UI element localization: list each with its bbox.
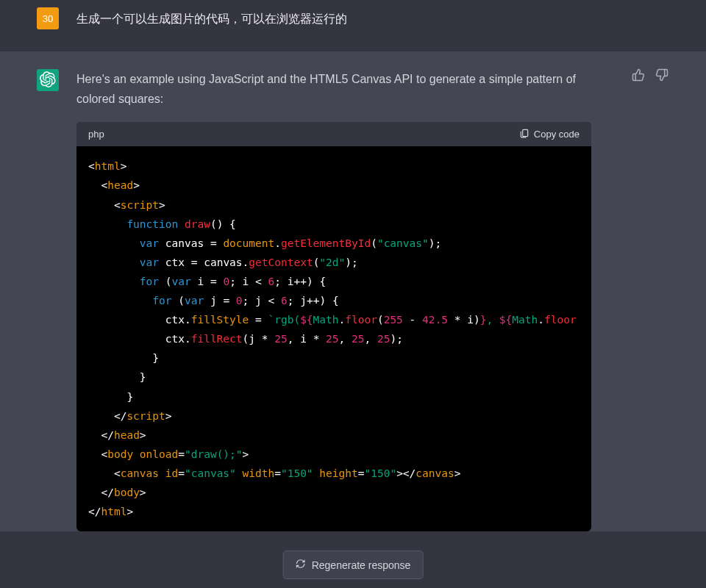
user-content: 生成一个可以生成图片的代码，可以在浏览器运行的 bbox=[76, 7, 669, 29]
assistant-intro-text: Here's an example using JavaScript and t… bbox=[76, 69, 584, 109]
user-message-row: 30 生成一个可以生成图片的代码，可以在浏览器运行的 bbox=[0, 0, 706, 51]
copy-code-button[interactable]: Copy code bbox=[519, 128, 580, 140]
code-body: <html> <head> <script> function draw() {… bbox=[76, 146, 591, 531]
assistant-content: Here's an example using JavaScript and t… bbox=[76, 69, 669, 531]
regenerate-button[interactable]: Regenerate response bbox=[283, 551, 424, 579]
openai-logo-icon bbox=[40, 71, 56, 90]
assistant-avatar bbox=[37, 69, 59, 91]
copy-code-label: Copy code bbox=[534, 129, 580, 140]
code-header: php Copy code bbox=[76, 122, 591, 146]
clipboard-icon bbox=[519, 128, 530, 140]
user-avatar-label: 30 bbox=[43, 13, 53, 24]
thumbs-up-icon bbox=[632, 68, 645, 85]
refresh-icon bbox=[296, 559, 306, 571]
thumbs-down-icon bbox=[655, 68, 668, 85]
code-language-label: php bbox=[88, 129, 104, 140]
message-actions bbox=[631, 69, 669, 84]
code-block: php Copy code <html> <head> <script> fun… bbox=[76, 122, 591, 531]
thumbs-up-button[interactable] bbox=[631, 69, 646, 84]
thumbs-down-button[interactable] bbox=[655, 69, 669, 84]
regenerate-label: Regenerate response bbox=[312, 559, 411, 571]
svg-rect-0 bbox=[523, 130, 528, 137]
user-message-text: 生成一个可以生成图片的代码，可以在浏览器运行的 bbox=[76, 7, 669, 29]
assistant-message-row: Here's an example using JavaScript and t… bbox=[0, 51, 706, 531]
user-avatar: 30 bbox=[37, 7, 59, 29]
